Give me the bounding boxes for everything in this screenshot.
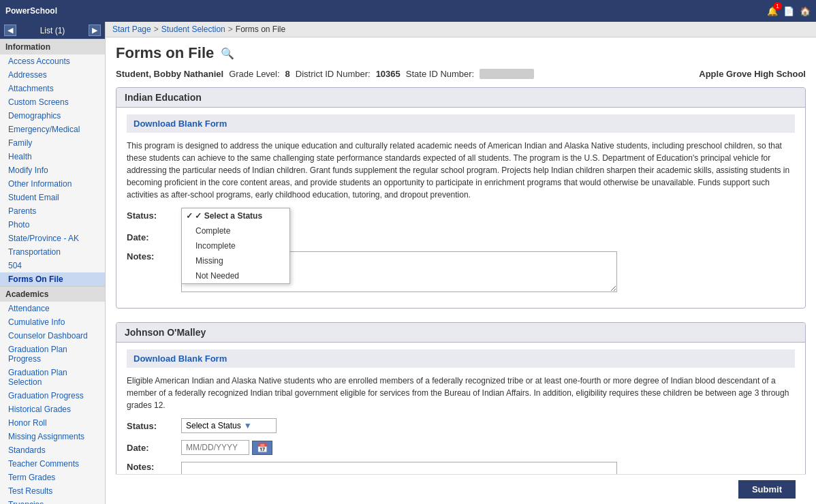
bell-icon[interactable]: 🔔 1 bbox=[767, 6, 778, 16]
page-content: Forms on File 🔍 Student, Bobby Nathaniel… bbox=[106, 37, 816, 504]
list-label: List (1) bbox=[40, 26, 65, 35]
top-bar: PowerSchool 🔔 1 📄 🏠 bbox=[0, 0, 816, 22]
sidebar-item-forms-on-file[interactable]: Forms On File bbox=[0, 272, 105, 286]
johnson-omalley-date-row: Date: 📅 bbox=[127, 440, 795, 455]
johnson-omalley-date-label: Date: bbox=[127, 443, 181, 453]
indian-education-status-label: Status: bbox=[127, 210, 181, 221]
breadcrumb-current: Forms on File bbox=[236, 25, 285, 34]
sidebar-item-attendance[interactable]: Attendance bbox=[0, 302, 105, 315]
breadcrumb-sep-2: > bbox=[228, 25, 233, 34]
sidebar-item-emergency-medical[interactable]: Emergency/Medical bbox=[0, 123, 105, 136]
student-name: Student, Bobby Nathaniel bbox=[116, 69, 223, 79]
johnson-omalley-status-value: Select a Status ▼ bbox=[181, 418, 795, 433]
dropdown-option-select-status[interactable]: ✓ Select a Status bbox=[182, 208, 289, 223]
indian-education-date-label: Date: bbox=[127, 232, 181, 242]
sidebar-item-cumulative-info[interactable]: Cumulative Info bbox=[0, 315, 105, 329]
indian-education-download-link[interactable]: Download Blank Form bbox=[134, 119, 227, 129]
submit-button[interactable]: Submit bbox=[738, 480, 796, 499]
sidebar-item-parents[interactable]: Parents bbox=[0, 204, 105, 218]
indian-education-description: This program is designed to address the … bbox=[127, 140, 795, 201]
johnson-omalley-header: Johnson O'Malley bbox=[116, 323, 805, 343]
sidebar-item-standards[interactable]: Standards bbox=[0, 443, 105, 457]
grade-value: 8 bbox=[285, 69, 290, 79]
indian-education-notes-label: Notes: bbox=[127, 251, 181, 262]
dropdown-option-missing[interactable]: Missing bbox=[182, 253, 289, 268]
notification-badge: 1 bbox=[773, 2, 782, 10]
johnson-omalley-download-link[interactable]: Download Blank Form bbox=[134, 353, 227, 364]
johnson-omalley-date-value: 📅 bbox=[181, 440, 795, 455]
sidebar-item-504[interactable]: 504 bbox=[0, 259, 105, 272]
prev-student-button[interactable]: ◀ bbox=[4, 25, 16, 36]
sidebar-item-family[interactable]: Family bbox=[0, 136, 105, 150]
app-name: PowerSchool bbox=[5, 6, 57, 16]
student-school: Apple Grove High School bbox=[699, 69, 806, 79]
status-dropdown-list: ✓ Select a Status Complete Incomplete Mi… bbox=[181, 208, 290, 284]
sidebar-item-counselor-dashboard[interactable]: Counselor Dashboard bbox=[0, 329, 105, 343]
dropdown-option-incomplete[interactable]: Incomplete bbox=[182, 238, 289, 253]
sidebar-item-modify-info[interactable]: Modify Info bbox=[0, 163, 105, 177]
sidebar-item-term-grades[interactable]: Term Grades bbox=[0, 471, 105, 484]
breadcrumb: Start Page > Student Selection > Forms o… bbox=[106, 22, 816, 37]
sidebar-item-missing-assignments[interactable]: Missing Assignments bbox=[0, 430, 105, 443]
sidebar-item-health[interactable]: Health bbox=[0, 150, 105, 163]
top-bar-left: PowerSchool bbox=[5, 6, 57, 16]
main-layout: ◀ List (1) ▶ Information Access Accounts… bbox=[0, 22, 816, 504]
johnson-omalley-date-input[interactable] bbox=[181, 440, 249, 455]
indian-education-status-row: Status: Select a Status ✓ Select a Statu… bbox=[127, 208, 795, 223]
top-bar-right: 🔔 1 📄 🏠 bbox=[767, 6, 811, 16]
sidebar-item-truancies[interactable]: Truancies bbox=[0, 498, 105, 504]
sidebar-item-state-province[interactable]: State/Province - AK bbox=[0, 232, 105, 245]
indian-education-header: Indian Education bbox=[116, 88, 805, 108]
section-header-academics: Academics bbox=[0, 286, 105, 302]
dropdown-option-not-needed[interactable]: Not Needed bbox=[182, 268, 289, 283]
breadcrumb-sep-1: > bbox=[154, 25, 159, 34]
status-dropdown-wrapper[interactable]: Select a Status ✓ Select a Status Comple… bbox=[181, 208, 277, 223]
page-title-row: Forms on File 🔍 bbox=[116, 44, 806, 62]
page-title: Forms on File bbox=[116, 44, 214, 62]
sidebar-item-student-email[interactable]: Student Email bbox=[0, 191, 105, 204]
breadcrumb-start-page[interactable]: Start Page bbox=[112, 25, 151, 34]
johnson-omalley-status-row: Status: Select a Status ▼ bbox=[127, 418, 795, 433]
sidebar-item-addresses[interactable]: Addresses bbox=[0, 68, 105, 82]
search-icon-button[interactable]: 🔍 bbox=[221, 47, 234, 60]
district-label: District ID Number: bbox=[296, 69, 371, 79]
breadcrumb-student-selection[interactable]: Student Selection bbox=[161, 25, 225, 34]
student-info-bar: Student, Bobby Nathaniel Grade Level: 8 … bbox=[116, 69, 806, 79]
grade-label: Grade Level: bbox=[229, 69, 279, 79]
sidebar-item-custom-screens[interactable]: Custom Screens bbox=[0, 95, 105, 109]
sidebar-item-test-results[interactable]: Test Results bbox=[0, 484, 105, 498]
sidebar-top: ◀ List (1) ▶ bbox=[0, 22, 105, 39]
sidebar-item-historical-grades[interactable]: Historical Grades bbox=[0, 403, 105, 416]
state-label: State ID Number: bbox=[406, 69, 474, 79]
indian-education-section: Indian Education Download Blank Form Thi… bbox=[116, 87, 806, 309]
johnson-omalley-status-select[interactable]: Select a Status ▼ bbox=[181, 418, 277, 433]
content-area: Start Page > Student Selection > Forms o… bbox=[106, 22, 816, 504]
next-student-button[interactable]: ▶ bbox=[89, 25, 101, 36]
home-icon[interactable]: 🏠 bbox=[800, 6, 811, 16]
section-header-information: Information bbox=[0, 39, 105, 54]
johnson-omalley-status-label: Status: bbox=[127, 421, 181, 431]
district-value: 10365 bbox=[376, 69, 401, 79]
johnson-omalley-calendar-button[interactable]: 📅 bbox=[252, 441, 272, 455]
johnson-omalley-notes-label: Notes: bbox=[127, 462, 181, 472]
sidebar-item-photo[interactable]: Photo bbox=[0, 218, 105, 232]
indian-education-body: Download Blank Form This program is desi… bbox=[116, 108, 805, 308]
submit-bar: Submit bbox=[116, 474, 806, 504]
select-arrow-icon: ▼ bbox=[244, 421, 252, 430]
sidebar-item-graduation-progress[interactable]: Graduation Progress bbox=[0, 389, 105, 403]
sidebar-item-transportation[interactable]: Transportation bbox=[0, 245, 105, 259]
sidebar-item-attachments[interactable]: Attachments bbox=[0, 82, 105, 95]
sidebar-item-teacher-comments[interactable]: Teacher Comments bbox=[0, 457, 105, 471]
johnson-omalley-description: Eligible American Indian and Alaska Nati… bbox=[127, 375, 795, 411]
document-icon[interactable]: 📄 bbox=[783, 6, 794, 16]
indian-education-status-value: Select a Status ✓ Select a Status Comple… bbox=[181, 208, 795, 223]
dropdown-option-complete[interactable]: Complete bbox=[182, 223, 289, 238]
sidebar: ◀ List (1) ▶ Information Access Accounts… bbox=[0, 22, 106, 504]
sidebar-item-demographics[interactable]: Demographics bbox=[0, 109, 105, 123]
sidebar-item-access-accounts[interactable]: Access Accounts bbox=[0, 54, 105, 68]
sidebar-item-other-information[interactable]: Other Information bbox=[0, 177, 105, 191]
sidebar-item-graduation-plan-progress[interactable]: Graduation Plan Progress bbox=[0, 343, 105, 366]
sidebar-item-graduation-plan-selection[interactable]: Graduation Plan Selection bbox=[0, 366, 105, 389]
sidebar-item-honor-roll[interactable]: Honor Roll bbox=[0, 416, 105, 430]
state-id-value bbox=[480, 69, 534, 79]
